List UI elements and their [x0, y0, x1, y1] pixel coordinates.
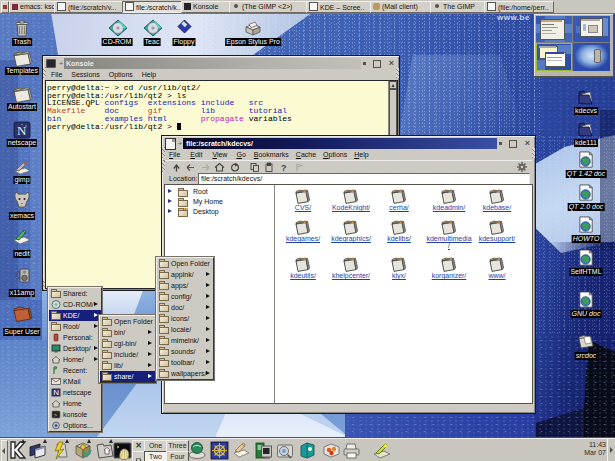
svg-text:?: ? — [281, 163, 287, 173]
svg-text:>: > — [53, 412, 57, 419]
svg-text:N: N — [53, 388, 59, 397]
